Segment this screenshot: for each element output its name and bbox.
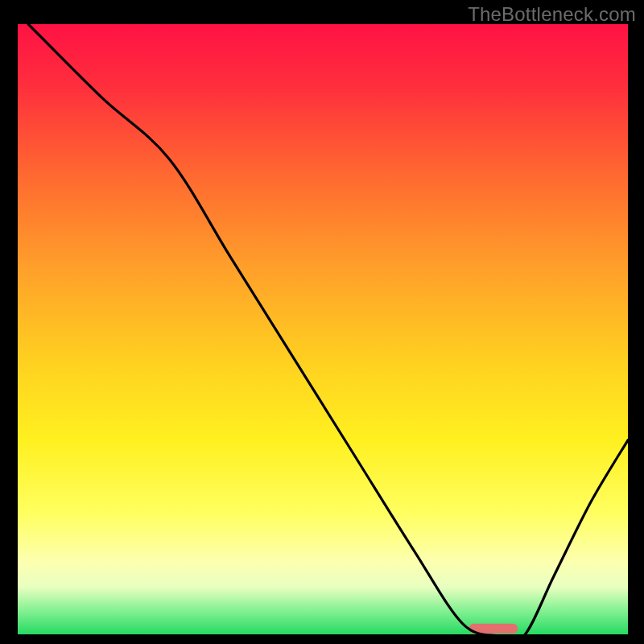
chart-frame: TheBottleneck.com: [0, 0, 644, 644]
gradient-background: [16, 24, 628, 636]
chart-svg: [16, 24, 628, 636]
watermark-text: TheBottleneck.com: [468, 3, 636, 26]
chart-plot: [16, 24, 628, 636]
